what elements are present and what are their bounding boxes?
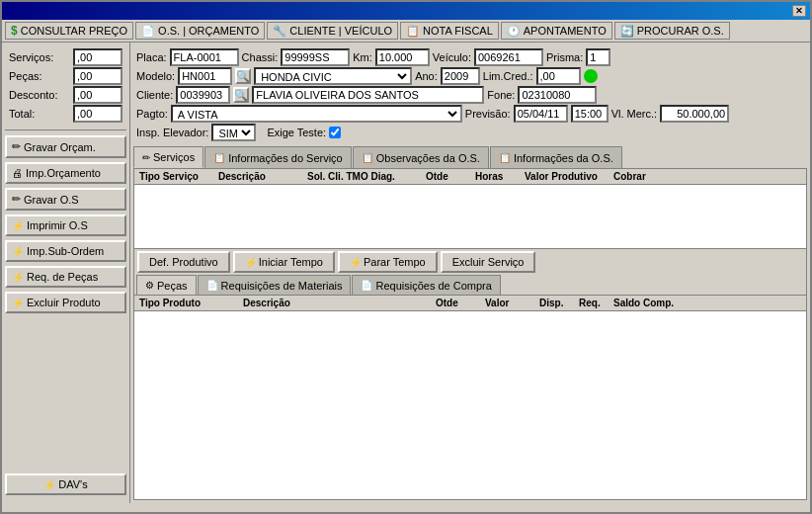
tab-informacoes-os-label: Informações da O.S. <box>514 152 613 164</box>
imp-sub-ordem-button[interactable]: ⚡ Imp.Sub-Ordem <box>5 240 126 262</box>
right-panel: Placa: Chassi: Km: Veículo: Prisma: Mode… <box>130 43 810 503</box>
exige-teste-label: Exige Teste: <box>267 127 326 138</box>
apontamento-label: APONTAMENTO <box>524 25 607 37</box>
subtab-req-materiais-label: Requisições de Materiais <box>221 280 343 292</box>
apontamento-button[interactable]: 🕐 APONTAMENTO <box>501 22 612 40</box>
gravar-os-label: Gravar O.S <box>24 194 79 206</box>
def-produtivo-label: Def. Produtivo <box>149 256 218 268</box>
cliente-veiculo-button[interactable]: 🔧 CLIENTE | VEÍCULO <box>267 22 398 40</box>
pecas-input[interactable] <box>73 67 122 85</box>
tab-servicos-icon: ✏ <box>142 152 150 163</box>
col-otde: Otde <box>424 170 473 183</box>
pecas-row: Peças: <box>9 67 122 85</box>
tab-informacoes-os[interactable]: 📋 Informações da O.S. <box>490 146 622 168</box>
desconto-input[interactable] <box>73 86 122 104</box>
lim-cred-input[interactable] <box>536 67 581 85</box>
req-pecas-button[interactable]: ⚡ Req. de Peças <box>5 266 126 288</box>
imp-orcamento-button[interactable]: 🖨 Imp.Orçamento <box>5 162 126 184</box>
exige-teste-checkbox[interactable] <box>329 127 341 138</box>
parts-table-header: Tipo Produto Descrição Otde Valor Disp. … <box>134 296 806 311</box>
req-comp-icon: 📄 <box>361 280 372 291</box>
insp-elevador-select[interactable]: SIM NÃO <box>211 124 256 141</box>
vl-merc-input[interactable] <box>660 105 729 123</box>
summary-section: Serviços: Peças: Desconto: Total: <box>5 45 126 126</box>
veiculo-input[interactable] <box>474 48 543 66</box>
status-indicator <box>584 69 598 83</box>
cliente-name-input[interactable] <box>252 86 484 104</box>
nota-fiscal-button[interactable]: 📋 NOTA FISCAL <box>400 22 499 40</box>
imp-orcamento-label: Imp.Orçamento <box>26 167 101 179</box>
veiculo-label: Veículo: <box>433 51 471 63</box>
imprimir-os-button[interactable]: ⚡ Imprimir O.S <box>5 214 126 236</box>
tab-servicos-label: Serviços <box>153 151 195 163</box>
tab-info-icon: 📋 <box>213 152 225 163</box>
desconto-row: Desconto: <box>9 86 122 104</box>
servicos-input[interactable] <box>73 48 122 66</box>
previsao-time-input[interactable] <box>571 105 609 123</box>
procurar-os-button[interactable]: 🔄 PROCURAR O.S. <box>614 22 730 40</box>
search-icon-1: 🔍 <box>236 70 250 83</box>
subtab-req-compra[interactable]: 📄 Requisições de Compra <box>352 275 500 295</box>
total-input[interactable] <box>73 105 122 123</box>
previsao-date-input[interactable] <box>514 105 568 123</box>
excluir-produto-button[interactable]: ⚡ Excluir Produto <box>5 292 126 313</box>
cliente-search-button[interactable]: 🔍 <box>233 87 249 103</box>
tab-row: ✏ Serviços 📋 Informações do Serviço 📋 Ob… <box>133 146 807 168</box>
nota-fiscal-label: NOTA FISCAL <box>423 25 493 37</box>
ano-input[interactable] <box>441 67 480 85</box>
chassi-input[interactable] <box>281 48 350 66</box>
os-orcamento-button[interactable]: 📄 O.S. | ORÇAMENTO <box>135 22 265 40</box>
gravar-orcam-label: Gravar Orçam. <box>24 141 96 153</box>
def-produtivo-button[interactable]: Def. Produtivo <box>137 251 230 273</box>
previsao-label: Previsão: <box>465 108 511 120</box>
pagto-select[interactable]: A VISTA <box>171 105 462 123</box>
tab-observacoes-os[interactable]: 📋 Observações da O.S. <box>353 146 489 168</box>
excluir-servico-label: Excluir Serviço <box>452 256 525 268</box>
chassi-label: Chassi: <box>242 51 279 63</box>
subtab-pecas[interactable]: ⚙ Peças <box>136 275 197 295</box>
km-label: Km: <box>353 51 372 63</box>
tabs-section: ✏ Serviços 📋 Informações do Serviço 📋 Ob… <box>133 146 807 500</box>
close-button[interactable]: ✕ <box>792 5 806 17</box>
modelo-input[interactable] <box>178 67 232 85</box>
cliente-code-input[interactable] <box>176 86 230 104</box>
gravar-os-button[interactable]: ✏ Gravar O.S <box>5 188 126 211</box>
fone-label: Fone: <box>487 89 515 101</box>
parts-table-body <box>134 311 806 499</box>
parar-tempo-button[interactable]: ⚡ Parar Tempo <box>338 251 438 273</box>
os-orcamento-label: O.S. | ORÇAMENTO <box>158 25 259 37</box>
excluir-servico-button[interactable]: Excluir Serviço <box>441 251 536 273</box>
tab-servicos[interactable]: ✏ Serviços <box>133 146 203 168</box>
servicos-row: Serviços: <box>9 48 122 66</box>
lightning-icon-5: ⚡ <box>43 479 55 490</box>
tab-obs-icon: 📋 <box>362 152 373 163</box>
req-pecas-label: Req. de Peças <box>27 271 98 283</box>
dav-button[interactable]: ⚡ DAV's <box>5 473 126 495</box>
form-row-2: Modelo: 🔍 HONDA CIVIC Ano: Lim.Cred.: <box>136 67 804 85</box>
pagto-label: Pagto: <box>136 108 168 120</box>
placa-label: Placa: <box>136 51 167 63</box>
gear-icon: ⚙ <box>145 280 154 291</box>
main-window: ✕ $ CONSULTAR PREÇO 📄 O.S. | ORÇAMENTO 🔧… <box>0 0 812 514</box>
prisma-input[interactable] <box>586 48 610 66</box>
iniciar-tempo-label: Iniciar Tempo <box>259 256 323 268</box>
km-input[interactable] <box>375 48 430 66</box>
dollar-icon: $ <box>11 24 18 38</box>
modelo-search-button[interactable]: 🔍 <box>235 68 251 84</box>
fone-input[interactable] <box>518 86 597 104</box>
req-mat-icon: 📄 <box>206 280 218 291</box>
consultar-preco-button[interactable]: $ CONSULTAR PREÇO <box>5 22 133 40</box>
form-row-3: Cliente: 🔍 Fone: <box>136 86 804 104</box>
parts-section: Tipo Produto Descrição Otde Valor Disp. … <box>134 295 806 499</box>
tab-informacoes-servico[interactable]: 📋 Informações do Serviço <box>204 146 352 168</box>
separator-1 <box>5 129 126 130</box>
iniciar-tempo-button[interactable]: ⚡ Iniciar Tempo <box>233 251 335 273</box>
total-row: Total: <box>9 105 122 123</box>
subtab-req-materiais[interactable]: 📄 Requisições de Materiais <box>198 275 352 295</box>
modelo-select[interactable]: HONDA CIVIC <box>254 67 412 85</box>
tab-observacoes-os-label: Observações da O.S. <box>376 152 480 164</box>
gravar-orcam-button[interactable]: ✏ Gravar Orçam. <box>5 135 126 158</box>
placa-input[interactable] <box>170 48 239 66</box>
desconto-label: Desconto: <box>9 89 73 101</box>
form-section: Placa: Chassi: Km: Veículo: Prisma: Mode… <box>133 45 807 144</box>
